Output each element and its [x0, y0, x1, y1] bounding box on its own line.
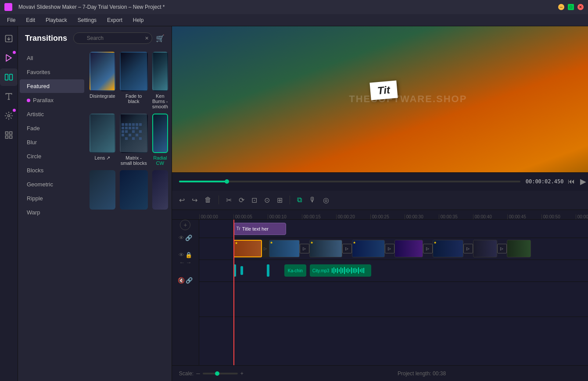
- clip-8[interactable]: [507, 240, 531, 257]
- close-button[interactable]: ✕: [577, 4, 584, 10]
- video-track-visibility[interactable]: 👁: [179, 252, 184, 258]
- menu-help[interactable]: Help: [129, 15, 148, 25]
- cat-fade[interactable]: Fade: [20, 121, 84, 135]
- thumb-radial-cw[interactable]: Radial CW: [152, 114, 168, 166]
- timeline-tracks[interactable]: ▼ Tr Title text her ★: [199, 220, 588, 366]
- sidebar-filters[interactable]: [0, 107, 18, 125]
- redo-button[interactable]: ↪: [190, 194, 199, 206]
- title-bar: Movavi Slideshow Maker – 7-Day Trial Ver…: [0, 0, 588, 14]
- trans-arrow-5[interactable]: ▷: [463, 244, 473, 253]
- scale-minus-icon[interactable]: ─: [196, 370, 200, 377]
- thumb-partial3[interactable]: [152, 170, 168, 210]
- loop-button[interactable]: ⟳: [237, 194, 246, 206]
- preview-video: Tit THESOFTWARE.SHOP: [172, 26, 588, 172]
- rotation-button[interactable]: ⊙: [262, 194, 272, 206]
- scale-slider[interactable]: [203, 373, 238, 374]
- trans-1[interactable]: ▷: [262, 240, 269, 257]
- audio-clips-container: Ka-chin City.mp3: [233, 264, 371, 277]
- clip-7[interactable]: [473, 240, 497, 257]
- cat-blur[interactable]: Blur: [20, 135, 84, 149]
- cat-geometric[interactable]: Geometric: [20, 178, 84, 191]
- thumb-img-disintegrate: [90, 52, 115, 91]
- thumb-partial2[interactable]: [120, 170, 148, 210]
- cat-ripple[interactable]: Ripple: [20, 192, 84, 205]
- transitions-tl-button[interactable]: ⧉: [295, 194, 304, 206]
- clip-5[interactable]: [394, 240, 423, 257]
- scale-plus-icon[interactable]: +: [240, 370, 244, 377]
- sidebar-overlays[interactable]: [0, 126, 18, 144]
- sidebar-magic[interactable]: [0, 49, 18, 67]
- video-track-ctrl: 👁 🔒 ← →: [172, 248, 199, 270]
- trans-arrow-1[interactable]: ▷: [300, 244, 309, 253]
- menu-settings[interactable]: Settings: [73, 15, 101, 25]
- trans-arrow-6[interactable]: ▷: [497, 244, 507, 253]
- trans-arrow-3[interactable]: ▷: [385, 244, 394, 253]
- text-track-link[interactable]: 🔗: [185, 235, 192, 241]
- voiceover-button[interactable]: 🎙: [307, 194, 318, 206]
- cat-featured[interactable]: Featured: [20, 79, 84, 93]
- clip-1[interactable]: ★: [233, 240, 262, 257]
- svg-rect-13: [129, 123, 131, 126]
- progress-bar[interactable]: [179, 181, 520, 182]
- video-track-lock[interactable]: 🔒: [185, 252, 192, 258]
- cat-circle[interactable]: Circle: [20, 150, 84, 163]
- search-clear-icon[interactable]: ✕: [145, 36, 149, 41]
- record-button[interactable]: ◎: [321, 194, 331, 206]
- crop-button[interactable]: ⊡: [250, 194, 259, 206]
- panel-body: All Favorites Featured Parallax Artistic…: [18, 48, 172, 381]
- cat-blocks[interactable]: Blocks: [20, 164, 84, 177]
- svg-rect-42: [349, 269, 350, 272]
- thumb-fade-to-black[interactable]: Fade to black: [120, 52, 148, 109]
- audio-city-mp3[interactable]: City.mp3: [310, 264, 371, 277]
- transitions-panel: Transitions 🔍 ✕ 🛒 All Favorites Featured: [18, 26, 172, 381]
- menu-edit[interactable]: Edit: [22, 15, 39, 25]
- minimize-button[interactable]: ─: [558, 4, 564, 10]
- cat-artistic[interactable]: Artistic: [20, 107, 84, 121]
- adjustments-button[interactable]: ⊞: [275, 194, 284, 206]
- thumb-disintegrate[interactable]: Disintegrate: [90, 52, 115, 109]
- audio-ka-chin[interactable]: Ka-chin: [284, 264, 306, 277]
- text-track-visibility[interactable]: 👁: [179, 235, 184, 241]
- audio-track-mute[interactable]: 🔇: [178, 277, 185, 284]
- clip-2[interactable]: ★: [269, 240, 300, 257]
- title-block[interactable]: Tr Title text her: [233, 223, 286, 235]
- thumb-matrix[interactable]: Matrix - small blocks: [120, 114, 148, 166]
- thumb-lens[interactable]: Lens ↗: [90, 114, 115, 166]
- cat-warp[interactable]: Warp: [20, 206, 84, 219]
- search-input[interactable]: [73, 32, 152, 44]
- play-button[interactable]: ▶: [579, 176, 587, 187]
- trans-arrow-4[interactable]: ▷: [423, 244, 433, 253]
- undo-button[interactable]: ↩: [177, 194, 186, 206]
- maximize-button[interactable]: □: [568, 4, 574, 10]
- clip-6[interactable]: ★: [433, 240, 463, 257]
- sidebar-import[interactable]: [0, 30, 18, 47]
- video-track-arrow-left[interactable]: ←: [179, 259, 185, 266]
- menu-export[interactable]: Export: [103, 15, 127, 25]
- cat-favorites[interactable]: Favorites: [20, 65, 84, 79]
- app-title: Movavi Slideshow Maker – 7-Day Trial Ver…: [18, 4, 165, 10]
- clip-3[interactable]: ★: [309, 240, 342, 257]
- thumb-partial1[interactable]: [90, 170, 115, 210]
- sidebar-transitions[interactable]: [0, 68, 18, 86]
- cat-parallax[interactable]: Parallax: [20, 93, 84, 107]
- progress-fill: [179, 181, 227, 182]
- cat-all[interactable]: All: [20, 51, 84, 65]
- text-track-ctrl: 👁 🔗: [172, 228, 199, 248]
- video-track-arrow-right[interactable]: →: [186, 259, 191, 266]
- menu-file[interactable]: File: [3, 15, 20, 25]
- sidebar-text[interactable]: [0, 88, 18, 105]
- trans-arrow-2[interactable]: ▷: [342, 244, 352, 253]
- progress-dot: [225, 179, 229, 184]
- svg-rect-25: [139, 130, 142, 133]
- menu-playback[interactable]: Playback: [41, 15, 72, 25]
- svg-rect-9: [6, 136, 8, 139]
- svg-rect-37: [341, 267, 341, 274]
- rewind-button[interactable]: ⏮: [567, 177, 576, 186]
- audio-track-link[interactable]: 🔗: [186, 277, 193, 284]
- cut-button[interactable]: ✂: [224, 194, 233, 206]
- cart-icon[interactable]: 🛒: [156, 34, 165, 43]
- delete-button[interactable]: 🗑: [203, 194, 213, 206]
- svg-rect-11: [122, 123, 124, 126]
- clip-4[interactable]: ★: [352, 240, 385, 257]
- thumb-ken-burns[interactable]: Ken Burns - smooth: [152, 52, 168, 109]
